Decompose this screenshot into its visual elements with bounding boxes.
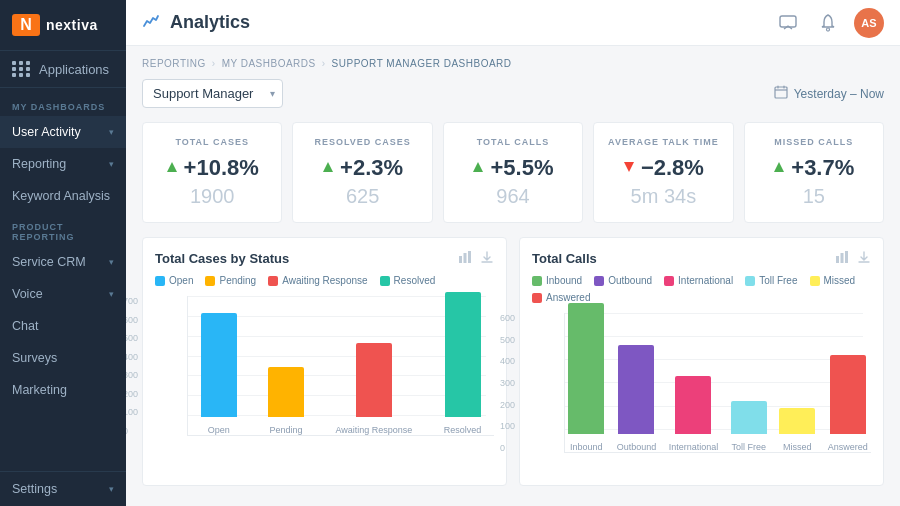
svg-marker-5 <box>473 162 483 172</box>
sidebar-item-chat[interactable]: Chat <box>0 310 126 342</box>
stat-value-row: +5.5% <box>456 155 570 181</box>
breadcrumb-sep: › <box>212 58 216 69</box>
bar <box>779 408 815 434</box>
dashboard-select[interactable]: Support Manager <box>142 79 283 108</box>
svg-rect-13 <box>845 251 848 263</box>
chevron-icon: ▾ <box>109 257 114 267</box>
topbar-left: Analytics <box>142 12 250 34</box>
breadcrumb-current: Support Manager Dashboard <box>332 58 512 69</box>
analytics-icon <box>142 12 160 34</box>
svg-marker-3 <box>167 162 177 172</box>
bar-label: Inbound <box>570 442 603 452</box>
chevron-icon: ▾ <box>109 159 114 169</box>
svg-rect-12 <box>841 253 844 263</box>
applications-label: Applications <box>39 62 109 77</box>
sidebar-logo: N nextiva <box>0 0 126 51</box>
user-avatar[interactable]: AS <box>854 8 884 38</box>
bar-chart-icon[interactable] <box>835 250 849 267</box>
bar-group: Resolved <box>444 292 482 435</box>
bar <box>568 303 604 434</box>
legend-item: Toll Free <box>745 275 797 286</box>
stat-label: Missed Calls <box>757 137 871 147</box>
legend-item: Inbound <box>532 275 582 286</box>
stat-percent: +2.3% <box>340 155 403 181</box>
y-axis-label: 300 <box>500 378 515 388</box>
legend-label: Resolved <box>394 275 436 286</box>
bar <box>445 292 481 417</box>
bar-group: Open <box>201 313 237 435</box>
chart-calls-bars: Inbound Outbound International Toll Free… <box>532 313 871 473</box>
applications-button[interactable]: Applications <box>0 51 126 88</box>
stat-value-row: +10.8% <box>155 155 269 181</box>
svg-rect-2 <box>775 87 787 98</box>
svg-rect-8 <box>459 256 462 263</box>
download-icon[interactable] <box>480 250 494 267</box>
legend-item: Open <box>155 275 193 286</box>
main-area: Analytics AS Reporting › My Dashboards ›… <box>126 0 900 506</box>
bar-label: Pending <box>270 425 303 435</box>
svg-rect-11 <box>836 256 839 263</box>
chart-calls-legend: InboundOutboundInternationalToll FreeMis… <box>532 275 871 303</box>
y-axis-label: 200 <box>500 400 515 410</box>
bar-label: Outbound <box>617 442 657 452</box>
sidebar-item-surveys[interactable]: Surveys <box>0 342 126 374</box>
sidebar-item-marketing[interactable]: Marketing <box>0 374 126 406</box>
bar-label: Answered <box>828 442 868 452</box>
legend-label: Toll Free <box>759 275 797 286</box>
arrow-up-icon <box>472 160 484 176</box>
legend-label: Open <box>169 275 193 286</box>
legend-color <box>155 276 165 286</box>
y-axis-label: 100 <box>500 421 515 431</box>
legend-label: Outbound <box>608 275 652 286</box>
chevron-icon: ▾ <box>109 289 114 299</box>
chevron-icon: ▾ <box>109 484 114 494</box>
bar-label: Open <box>208 425 230 435</box>
bar-group: Pending <box>268 367 304 435</box>
bar-group: Toll Free <box>731 401 767 452</box>
stat-card-total-cases: Total Cases +10.8% 1900 <box>142 122 282 223</box>
svg-marker-6 <box>624 162 634 172</box>
sidebar-item-reporting[interactable]: Reporting ▾ <box>0 148 126 180</box>
chart-calls-title: Total Calls <box>532 251 597 266</box>
sidebar-item-voice[interactable]: Voice ▾ <box>0 278 126 310</box>
y-axis-label: 0 <box>126 426 138 436</box>
arrow-up-icon <box>166 160 178 176</box>
bar-label: Resolved <box>444 425 482 435</box>
settings-nav-item[interactable]: Settings ▾ <box>0 471 126 506</box>
download-icon[interactable] <box>857 250 871 267</box>
stat-card-missed-calls: Missed Calls +3.7% 15 <box>744 122 884 223</box>
legend-item: Outbound <box>594 275 652 286</box>
sidebar-item-service-crm[interactable]: Service CRM ▾ <box>0 246 126 278</box>
chart-cases-header: Total Cases by Status <box>155 250 494 267</box>
chart-calls-actions <box>835 250 871 267</box>
bar <box>268 367 304 417</box>
sidebar-item-label: Service CRM <box>12 255 86 269</box>
legend-label: Pending <box>219 275 256 286</box>
legend-item: Resolved <box>380 275 436 286</box>
chart-cases-legend: OpenPendingAwaiting ResponseResolved <box>155 275 494 286</box>
stat-value-row: +3.7% <box>757 155 871 181</box>
y-axis-label: 300 <box>126 370 138 380</box>
breadcrumb-sep: › <box>322 58 326 69</box>
sidebar-item-label: Voice <box>12 287 43 301</box>
sidebar-item-user-activity[interactable]: User Activity ▾ <box>0 116 126 148</box>
logo-text: nextiva <box>46 17 98 33</box>
sidebar-item-keyword-analysis[interactable]: Keyword Analysis <box>0 180 126 212</box>
chat-topbar-icon[interactable] <box>774 9 802 37</box>
legend-color <box>380 276 390 286</box>
notification-icon[interactable] <box>814 9 842 37</box>
legend-color <box>532 276 542 286</box>
bar-chart-icon[interactable] <box>458 250 472 267</box>
y-axis-label: 500 <box>126 333 138 343</box>
y-axis-label: 600 <box>500 313 515 323</box>
stat-percent: −2.8% <box>641 155 704 181</box>
legend-color <box>532 293 542 303</box>
bar-group: International <box>669 376 719 452</box>
stat-sub: 1900 <box>155 185 269 208</box>
arrow-up-icon <box>322 160 334 176</box>
sidebar-item-label: Surveys <box>12 351 57 365</box>
breadcrumb: Reporting › My Dashboards › Support Mana… <box>142 58 884 69</box>
sidebar-item-label: Keyword Analysis <box>12 189 110 203</box>
y-axis-label: 700 <box>126 296 138 306</box>
legend-label: Missed <box>824 275 856 286</box>
